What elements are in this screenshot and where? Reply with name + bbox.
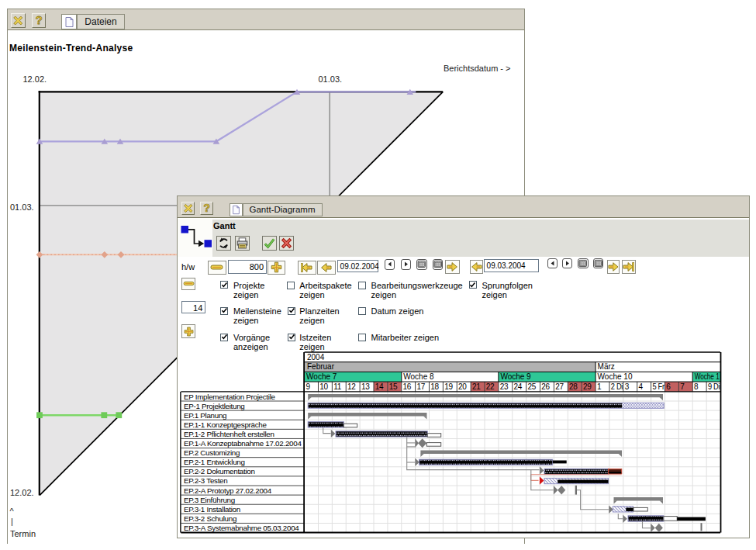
svg-text:?: ?: [35, 14, 42, 26]
svg-text:?: ?: [203, 202, 209, 214]
